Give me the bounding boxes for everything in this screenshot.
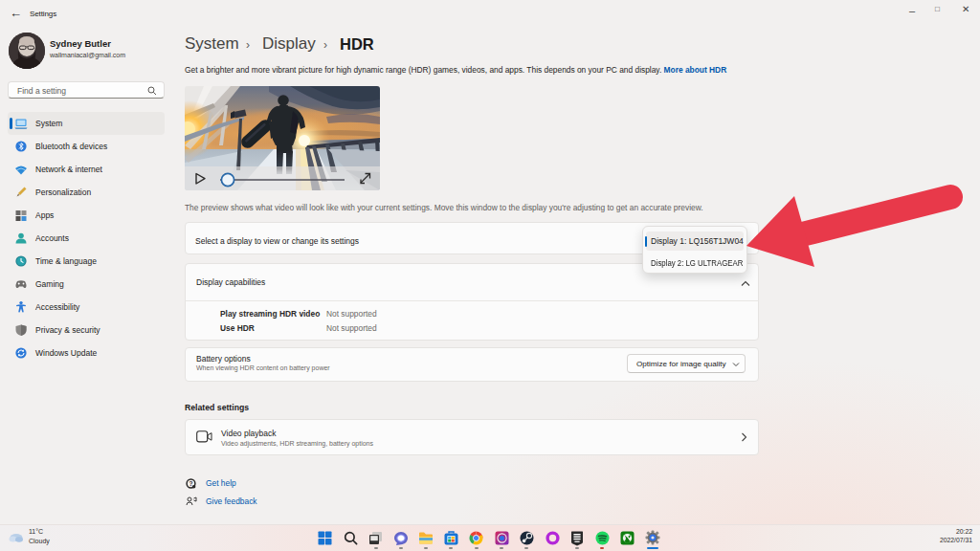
svg-text:?: ? [189, 480, 193, 487]
